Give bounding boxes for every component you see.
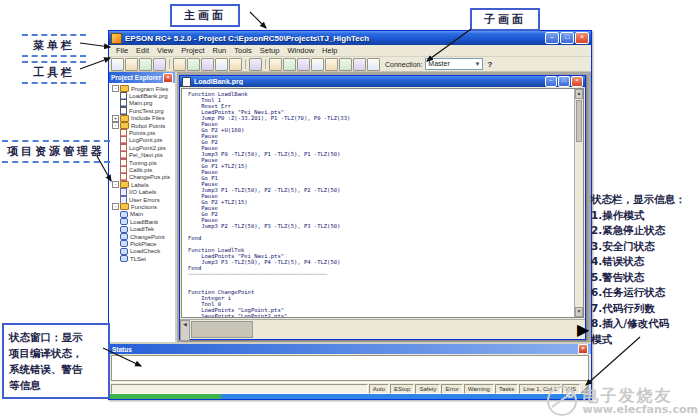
menu-item-setup[interactable]: Setup [256, 46, 284, 55]
tree-item[interactable]: Points.pts [110, 129, 175, 136]
statusbar-segment: EStop [390, 384, 414, 394]
tree-item[interactable]: Pei_Navi.pts [110, 152, 175, 159]
tree-item[interactable]: LoadCheck [110, 248, 175, 255]
tree-item[interactable]: LogPoint.pts [110, 137, 175, 144]
tree-item[interactable]: PickPlace [110, 240, 175, 247]
title-bar[interactable]: EPSON RC+ 5.2.0 - Project C:\EpsonRC50\P… [109, 31, 591, 45]
code-maximize-button[interactable]: □ [558, 76, 570, 87]
io-monitor-icon[interactable] [311, 58, 324, 71]
tree-item[interactable]: ChangePos.pts [110, 174, 175, 181]
open-project-icon[interactable] [125, 58, 138, 71]
copy-icon[interactable] [187, 58, 200, 71]
tree-item-label: LoadCheck [130, 248, 160, 254]
tree-item[interactable]: FuncTest.prg [110, 107, 175, 114]
run-window-icon[interactable] [269, 58, 282, 71]
maximize-button[interactable]: □ [560, 32, 574, 44]
folder-icon [120, 85, 129, 92]
tree-item[interactable]: +Include Files [110, 115, 175, 122]
help-icon[interactable]: ? [484, 59, 495, 70]
cut-icon[interactable] [173, 58, 186, 71]
note-line: 7.代码行列数 [591, 301, 699, 317]
tree-item-label: Include Files [131, 115, 165, 121]
code-editor[interactable]: Function LoadlBank Tool 1 Reset Err Load… [181, 88, 584, 318]
menu-item-file[interactable]: File [112, 46, 132, 55]
print-icon[interactable] [153, 58, 166, 71]
horizontal-scroll-thumb[interactable] [191, 321, 253, 338]
vertical-scrollbar[interactable]: ▲ ▼ [574, 89, 583, 317]
redo-icon[interactable] [229, 58, 242, 71]
project-explorer-close-icon[interactable]: × [163, 73, 173, 83]
minimize-button[interactable]: – [545, 32, 559, 44]
connection-dropdown[interactable]: Master▼ [425, 58, 483, 70]
note-line: 5.警告状态 [591, 270, 699, 286]
scroll-up-icon[interactable]: ▲ [575, 89, 583, 99]
paste-icon[interactable] [201, 58, 214, 71]
horizontal-scrollbar[interactable]: ◀ ▶ [180, 319, 585, 339]
note-line: 8.插入/修改代码 [591, 316, 699, 332]
build-icon[interactable] [367, 58, 380, 71]
tree-item[interactable]: Main [110, 211, 175, 218]
tree-item[interactable]: ChangePoint [110, 233, 175, 240]
command-window-icon[interactable] [339, 58, 352, 71]
tree-item[interactable]: -Functions [110, 203, 175, 210]
tree-item[interactable]: -Program Files [110, 85, 175, 92]
tree-item[interactable]: LogPoint2.pts [110, 144, 175, 151]
tree-item[interactable]: LoadlBank [110, 218, 175, 225]
tree-item-label: Main.prg [129, 100, 152, 106]
arrow-main-screen [250, 12, 266, 28]
close-button[interactable]: × [575, 32, 589, 44]
chevron-down-icon[interactable]: ▼ [474, 59, 480, 69]
tree-item[interactable]: LoadlBank.prg [110, 92, 175, 99]
menu-item-tools[interactable]: Tools [230, 46, 256, 55]
new-file-icon[interactable] [249, 58, 262, 71]
menu-item-edit[interactable]: Edit [132, 46, 153, 55]
tree-item[interactable]: TLSet [110, 255, 175, 262]
tree-item-label: TLSet [130, 256, 146, 262]
fn-icon [120, 218, 128, 225]
fn-icon [120, 233, 128, 240]
code-text-area[interactable]: Function LoadlBank Tool 1 Reset Err Load… [182, 89, 574, 317]
tree-item[interactable]: Main.prg [110, 100, 175, 107]
vertical-scroll-thumb[interactable] [576, 100, 582, 142]
tree-item[interactable]: I/O Labels [110, 188, 175, 195]
robot-manager-icon[interactable] [297, 58, 310, 71]
pts-icon [120, 129, 127, 136]
save-icon[interactable] [139, 58, 152, 71]
status-window-close-icon[interactable]: × [578, 344, 588, 354]
tree-expander-icon[interactable]: - [112, 181, 119, 188]
scroll-right-icon[interactable]: ▶ [577, 320, 585, 339]
fn-icon [120, 240, 128, 247]
scroll-left-icon[interactable]: ◀ [180, 320, 190, 341]
code-window-title-bar[interactable]: LoadlBank.prg – □ × [180, 76, 585, 87]
tree-item[interactable]: Tuning.pts [110, 159, 175, 166]
menu-item-run[interactable]: Run [209, 46, 231, 55]
tree-item[interactable]: -Labels [110, 181, 175, 188]
tree-item-label: PickPlace [130, 241, 156, 247]
menu-item-view[interactable]: View [153, 46, 177, 55]
task-manager-icon[interactable] [325, 58, 338, 71]
project-explorer-header[interactable]: Project Explorer × [109, 72, 175, 83]
tree-item[interactable]: -Robot Points [110, 122, 175, 129]
new-project-icon[interactable] [111, 58, 124, 71]
menu-item-project[interactable]: Project [177, 46, 208, 55]
vision-icon[interactable] [353, 58, 366, 71]
tree-expander-icon[interactable]: - [112, 85, 119, 92]
tree-expander-icon[interactable]: - [112, 203, 119, 210]
menu-item-window[interactable]: Window [283, 46, 318, 55]
code-window-title: LoadlBank.prg [194, 78, 544, 85]
tree-item[interactable]: LoadlTek [110, 225, 175, 232]
tree-expander-icon[interactable]: - [112, 122, 119, 129]
tree-expander-icon[interactable]: + [112, 115, 119, 122]
tree-item[interactable]: User Errors [110, 196, 175, 203]
undo-icon[interactable] [215, 58, 228, 71]
code-close-button[interactable]: × [571, 76, 583, 87]
code-minimize-button[interactable]: – [545, 76, 557, 87]
operator-window-icon[interactable] [283, 58, 296, 71]
tree-item[interactable]: Calib.pts [110, 166, 175, 173]
status-window-title-bar[interactable]: Status × [109, 344, 591, 354]
note-status-bar: 状态栏，显示信息：1.操作模式2.紧急停止状态3.安全门状态4.错误状态5.警告… [591, 192, 699, 347]
toolbar-separator [245, 59, 246, 69]
menu-item-help[interactable]: Help [318, 46, 341, 55]
tree-item-label: ChangePoint [130, 234, 165, 240]
scroll-down-icon[interactable]: ▼ [575, 307, 583, 317]
